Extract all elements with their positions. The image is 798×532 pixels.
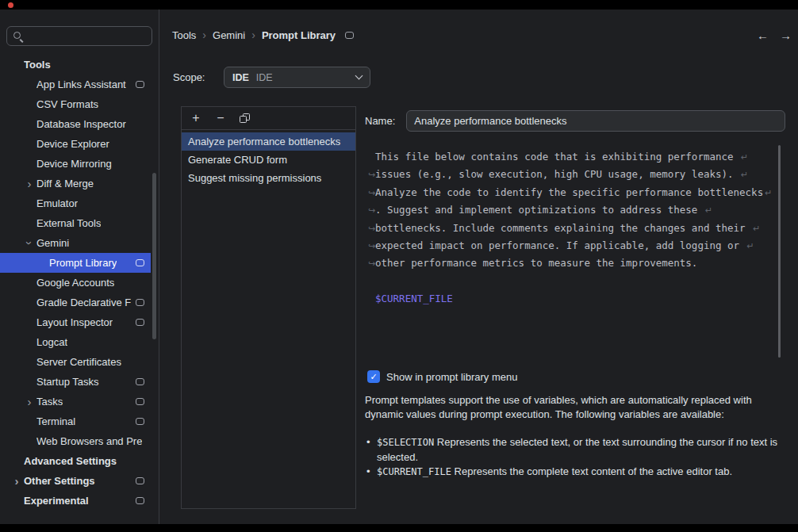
back-arrow-icon[interactable]: ← bbox=[757, 29, 769, 42]
sidebar-item-terminal[interactable]: Terminal bbox=[0, 411, 151, 431]
checkbox-label: Show in prompt library menu bbox=[386, 371, 517, 383]
variable-description: Represents the selected text, or the tex… bbox=[377, 436, 777, 463]
sidebar-item-label: Database Inspector bbox=[36, 118, 126, 130]
editor-line: ↪bottlenecks. Include comments explainin… bbox=[368, 220, 773, 237]
scope-dropdown[interactable]: IDE IDE bbox=[224, 67, 370, 88]
variable-item: • $CURRENT_FILE Represents the complete … bbox=[366, 465, 798, 480]
ide-scope-icon bbox=[136, 299, 144, 306]
settings-search[interactable] bbox=[6, 26, 152, 46]
sidebar-item-google-accounts[interactable]: Google Accounts bbox=[0, 273, 151, 293]
copy-icon[interactable] bbox=[240, 113, 250, 124]
soft-wrap-icon: ↵ bbox=[705, 205, 712, 216]
sidebar-item-device-explorer[interactable]: Device Explorer bbox=[0, 134, 151, 154]
ide-scope-icon bbox=[136, 81, 144, 88]
sidebar-item-device-mirroring[interactable]: Device Mirroring bbox=[0, 154, 151, 174]
sidebar-item-label: Terminal bbox=[36, 415, 75, 427]
show-in-menu-checkbox-row[interactable]: ✓ Show in prompt library menu bbox=[367, 370, 517, 383]
soft-wrap-icon: ↪ bbox=[368, 202, 375, 220]
sidebar-item-gradle-declarative[interactable]: Gradle Declarative F bbox=[0, 293, 151, 312]
breadcrumb-separator-icon: › bbox=[251, 29, 255, 41]
sidebar-item-advanced-settings[interactable]: Advanced Settings bbox=[0, 451, 151, 471]
sidebar-item-layout-inspector[interactable]: Layout Inspector bbox=[0, 312, 151, 332]
breadcrumb-separator-icon: › bbox=[202, 29, 206, 41]
editor-line bbox=[368, 273, 773, 290]
prompt-list-item[interactable]: Analyze performance bottlenecks bbox=[182, 132, 355, 151]
editor-line: ↪Analyze the code to identify the specif… bbox=[368, 184, 773, 201]
breadcrumb-gemini[interactable]: Gemini bbox=[213, 29, 245, 41]
sidebar-item-label: CSV Formats bbox=[36, 98, 98, 110]
checkbox-checked[interactable]: ✓ bbox=[367, 370, 380, 383]
sidebar-item-experimental[interactable]: Experimental bbox=[0, 491, 151, 511]
soft-wrap-icon: ↵ bbox=[741, 170, 748, 180]
editor-line: ↪other performance metrics to measure th… bbox=[368, 255, 773, 272]
scope-value: IDE bbox=[256, 72, 273, 83]
sidebar-item-label: Prompt Library bbox=[49, 257, 117, 269]
sidebar-item-label: Server Certificates bbox=[36, 356, 121, 368]
prompt-list-item[interactable]: Suggest missing permissions bbox=[182, 169, 355, 187]
forward-arrow-icon[interactable]: → bbox=[780, 29, 792, 42]
sidebar-item-gemini[interactable]: ›Gemini bbox=[0, 233, 151, 253]
check-icon: ✓ bbox=[370, 373, 377, 381]
editor-text: This file below contains code that is ex… bbox=[365, 143, 784, 308]
variable-description: Represents the complete text content of … bbox=[451, 465, 732, 477]
sidebar-item-logcat[interactable]: Logcat bbox=[0, 332, 151, 352]
sidebar-scrollbar[interactable] bbox=[152, 173, 156, 339]
sidebar-item-label: Emulator bbox=[36, 197, 78, 209]
settings-tree: Tools App Links Assistant CSV Formats Da… bbox=[0, 55, 159, 511]
sidebar-item-label: Device Mirroring bbox=[36, 158, 112, 170]
sidebar-item-csv-formats[interactable]: CSV Formats bbox=[0, 94, 151, 114]
sidebar-item-prompt-library[interactable]: Prompt Library bbox=[0, 253, 151, 273]
sidebar-item-external-tools[interactable]: External Tools bbox=[0, 213, 151, 233]
chevron-right-icon[interactable]: › bbox=[22, 396, 36, 408]
soft-wrap-icon: ↪ bbox=[368, 238, 375, 255]
chevron-right-icon[interactable]: › bbox=[22, 178, 36, 189]
sidebar-item-tasks[interactable]: ›Tasks bbox=[0, 392, 151, 411]
chevron-down-icon bbox=[355, 72, 363, 80]
prompt-name-input[interactable] bbox=[406, 110, 785, 132]
prompt-name-row: Name: bbox=[365, 110, 785, 132]
sidebar-item-label: Startup Tasks bbox=[36, 376, 99, 388]
prompt-text-editor[interactable]: This file below contains code that is ex… bbox=[365, 143, 784, 362]
soft-wrap-icon: ↪ bbox=[368, 166, 375, 184]
editor-scrollbar[interactable] bbox=[778, 145, 781, 358]
search-input[interactable] bbox=[27, 30, 146, 43]
sidebar-item-label: Advanced Settings bbox=[24, 455, 117, 467]
sidebar-item-diff-merge[interactable]: ›Diff & Merge bbox=[0, 174, 151, 193]
sidebar-item-emulator[interactable]: Emulator bbox=[0, 193, 151, 213]
soft-wrap-icon: ↵ bbox=[765, 188, 772, 198]
prompt-list-panel: + − Analyze performance bottlenecks Gene… bbox=[181, 106, 356, 509]
editor-line-variable: $CURRENT_FILE bbox=[368, 290, 773, 308]
remove-button[interactable]: − bbox=[215, 112, 226, 124]
scope-row: Scope: IDE IDE bbox=[173, 67, 370, 88]
sidebar-item-label: Other Settings bbox=[24, 475, 95, 487]
sidebar-item-app-links-assistant[interactable]: App Links Assistant bbox=[0, 75, 151, 94]
variables-list: • $SELECTION Represents the selected tex… bbox=[366, 435, 798, 480]
sidebar-item-startup-tasks[interactable]: Startup Tasks bbox=[0, 372, 151, 392]
chevron-down-icon[interactable]: › bbox=[24, 236, 36, 251]
variable-name: $CURRENT_FILE bbox=[377, 466, 451, 477]
prompt-list-item[interactable]: Generate CRUD form bbox=[182, 151, 355, 169]
settings-window: Tools App Links Assistant CSV Formats Da… bbox=[0, 10, 798, 524]
bullet-icon: • bbox=[366, 435, 377, 464]
sidebar-item-label: Gemini bbox=[36, 237, 69, 249]
breadcrumb-tools[interactable]: Tools bbox=[172, 29, 196, 41]
sidebar-item-label: App Links Assistant bbox=[36, 78, 126, 90]
chevron-right-icon[interactable]: › bbox=[10, 475, 24, 487]
bullet-icon: • bbox=[366, 465, 377, 480]
add-button[interactable]: + bbox=[190, 112, 201, 124]
sidebar-item-database-inspector[interactable]: Database Inspector bbox=[0, 114, 151, 134]
soft-wrap-icon: ↪ bbox=[368, 255, 375, 273]
scope-tag: IDE bbox=[232, 72, 249, 83]
sidebar-item-label: Web Browsers and Pre bbox=[36, 435, 142, 447]
window-close-button[interactable] bbox=[8, 2, 13, 8]
soft-wrap-icon: ↵ bbox=[741, 152, 748, 163]
sidebar-item-server-certificates[interactable]: Server Certificates bbox=[0, 352, 151, 372]
soft-wrap-icon: ↪ bbox=[368, 185, 375, 202]
search-icon bbox=[13, 31, 23, 41]
ide-scope-icon bbox=[136, 398, 144, 405]
sidebar-item-other-settings[interactable]: ›Other Settings bbox=[0, 471, 151, 491]
ide-scope-icon bbox=[136, 378, 144, 385]
sidebar-item-tools[interactable]: Tools bbox=[0, 55, 151, 75]
sidebar-item-web-browsers[interactable]: Web Browsers and Pre bbox=[0, 431, 151, 451]
editor-line: ↪. Suggest and implement optimizations t… bbox=[368, 201, 773, 219]
